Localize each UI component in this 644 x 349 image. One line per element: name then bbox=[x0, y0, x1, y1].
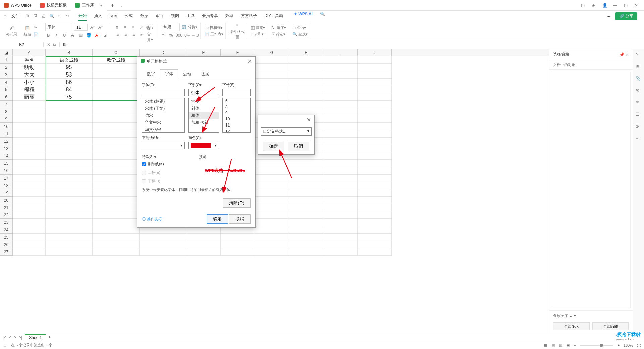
cell[interactable] bbox=[323, 79, 358, 86]
font-name-combo[interactable]: 宋体 bbox=[45, 23, 72, 31]
qat-undo-icon[interactable]: ↶ bbox=[57, 14, 62, 18]
cell[interactable] bbox=[323, 248, 358, 256]
cell[interactable] bbox=[358, 189, 392, 197]
zoom-out-icon[interactable]: − bbox=[574, 343, 576, 347]
cell[interactable] bbox=[93, 234, 140, 241]
cell[interactable] bbox=[46, 197, 93, 204]
cell[interactable]: 小小 bbox=[13, 79, 46, 86]
cell[interactable] bbox=[255, 197, 289, 204]
cell[interactable] bbox=[358, 152, 392, 160]
col-header[interactable]: D bbox=[140, 49, 186, 56]
row-header[interactable]: 17 bbox=[0, 174, 13, 182]
fill-button[interactable]: ▦ 填充▾ bbox=[251, 25, 265, 30]
ok-button[interactable]: 确定 bbox=[207, 214, 228, 224]
percent-icon[interactable]: % bbox=[168, 32, 174, 38]
cell[interactable] bbox=[358, 248, 392, 256]
cell[interactable] bbox=[323, 71, 358, 79]
row-header[interactable]: 16 bbox=[0, 167, 13, 174]
convert-button[interactable]: 🔄 转换▾ bbox=[182, 24, 197, 30]
align-left-icon[interactable]: ≡ bbox=[115, 32, 121, 38]
tab-wps[interactable]: WPS Office bbox=[0, 0, 36, 11]
cell[interactable] bbox=[289, 86, 323, 93]
cell[interactable] bbox=[255, 93, 289, 101]
col-header[interactable]: E bbox=[186, 49, 221, 56]
cell[interactable] bbox=[13, 219, 46, 226]
cell[interactable] bbox=[93, 226, 140, 234]
tip-link[interactable]: ⓘ操作技巧 bbox=[142, 217, 162, 222]
cell[interactable] bbox=[358, 145, 392, 152]
cell[interactable] bbox=[140, 241, 186, 248]
rowcol-button[interactable]: ⊞ 行和列▾ bbox=[206, 25, 223, 30]
cell[interactable]: 丽丽 bbox=[13, 93, 46, 101]
cell[interactable] bbox=[358, 101, 392, 108]
dialog-tab-number[interactable]: 数字 bbox=[142, 69, 160, 79]
cell[interactable] bbox=[289, 108, 323, 115]
size-input[interactable] bbox=[222, 89, 251, 96]
cell[interactable] bbox=[255, 219, 289, 226]
cell[interactable] bbox=[323, 204, 358, 211]
cell[interactable] bbox=[358, 167, 392, 174]
cell[interactable] bbox=[13, 101, 46, 108]
cell[interactable] bbox=[186, 234, 221, 241]
cell[interactable] bbox=[255, 86, 289, 93]
qat-save-icon[interactable]: 🖫 bbox=[33, 14, 38, 18]
cell[interactable] bbox=[221, 234, 255, 241]
cell[interactable] bbox=[13, 226, 46, 234]
cell[interactable]: 86 bbox=[46, 79, 93, 86]
dialog-close-icon[interactable]: ✕ bbox=[248, 58, 252, 65]
size-listbox[interactable]: 6 8 9 10 11 12 bbox=[222, 98, 251, 133]
cut-icon[interactable]: ✂ bbox=[33, 24, 39, 30]
merge-icon[interactable]: ⬌ 合并▾ bbox=[147, 32, 153, 38]
color-combo[interactable]: ▾ bbox=[188, 142, 219, 149]
row-header[interactable]: 9 bbox=[0, 115, 13, 123]
cell[interactable] bbox=[323, 93, 358, 101]
cell[interactable] bbox=[358, 204, 392, 211]
cell[interactable] bbox=[13, 204, 46, 211]
highlight-icon[interactable]: ◢ bbox=[102, 32, 108, 38]
pin-icon[interactable]: 📌 bbox=[619, 52, 624, 57]
underline-icon[interactable]: U bbox=[61, 32, 67, 38]
avatar-icon[interactable]: 👤 bbox=[602, 3, 607, 8]
row-header[interactable]: 12 bbox=[0, 138, 13, 145]
freeze-button[interactable]: ⊞ 冻结▾ bbox=[292, 25, 306, 30]
comma-icon[interactable]: 000 bbox=[176, 32, 182, 38]
cell[interactable] bbox=[358, 211, 392, 219]
row-header[interactable]: 11 bbox=[0, 130, 13, 138]
cell[interactable] bbox=[323, 108, 358, 115]
cell[interactable] bbox=[323, 167, 358, 174]
sheet-nav-prev[interactable]: < bbox=[9, 335, 11, 340]
name-box[interactable]: B2 bbox=[0, 42, 44, 47]
cell[interactable] bbox=[46, 152, 93, 160]
col-header[interactable]: B bbox=[46, 49, 93, 56]
qat-preview-icon[interactable]: 🔍 bbox=[49, 14, 54, 18]
zoom-value[interactable]: 160% bbox=[624, 343, 633, 347]
cell[interactable] bbox=[323, 189, 358, 197]
cell[interactable]: 84 bbox=[46, 86, 93, 93]
menu-tab-ffgz[interactable]: 方方格子 bbox=[241, 12, 257, 21]
cell[interactable] bbox=[323, 86, 358, 93]
cell[interactable] bbox=[289, 79, 323, 86]
zoom-in-icon[interactable]: + bbox=[617, 343, 619, 347]
cell[interactable] bbox=[46, 108, 93, 115]
cell[interactable]: 语文成绩 bbox=[46, 56, 93, 64]
align-top-icon[interactable]: ⬆ bbox=[114, 24, 120, 30]
cell[interactable] bbox=[323, 115, 358, 123]
align-center-icon[interactable]: ≡ bbox=[123, 32, 129, 38]
style-input[interactable] bbox=[188, 89, 219, 96]
strike-icon[interactable]: A bbox=[69, 32, 75, 38]
up-icon[interactable]: ▴ bbox=[570, 314, 572, 318]
menu-tab-tools[interactable]: 工具 bbox=[186, 12, 195, 21]
align-right-icon[interactable]: ≡ bbox=[131, 32, 137, 38]
cell[interactable]: 53 bbox=[46, 71, 93, 79]
cell[interactable] bbox=[255, 241, 289, 248]
zoom-slider[interactable] bbox=[580, 345, 613, 346]
fx-cancel-icon[interactable]: ✕ bbox=[47, 42, 50, 47]
cell[interactable] bbox=[13, 182, 46, 189]
cell[interactable] bbox=[358, 79, 392, 86]
share-button[interactable]: 🔗 分享 bbox=[615, 12, 637, 20]
format-painter-button[interactable]: 🖌 格式刷 bbox=[6, 25, 17, 37]
row-header[interactable]: 1 bbox=[0, 56, 13, 64]
row-header[interactable]: 2 bbox=[0, 64, 13, 71]
row-header[interactable]: 24 bbox=[0, 226, 13, 234]
cell[interactable] bbox=[13, 152, 46, 160]
